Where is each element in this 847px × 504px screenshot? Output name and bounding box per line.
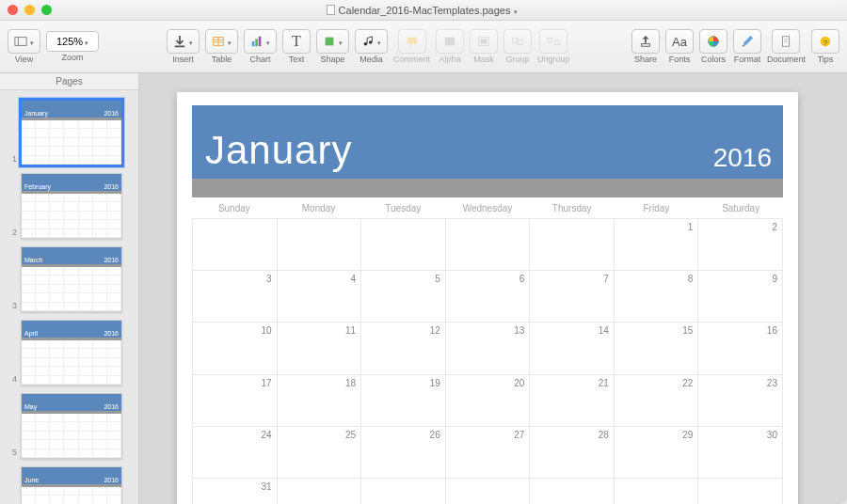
calendar-cell[interactable]: 11	[278, 323, 362, 374]
calendar-cell[interactable]: 6	[446, 271, 531, 323]
page-thumbnail[interactable]: 5 May2016	[0, 389, 138, 463]
chevron-down-icon	[228, 36, 232, 47]
chevron-down-icon	[266, 36, 270, 47]
zoom-select[interactable]: 125%	[46, 31, 99, 52]
thumbnail[interactable]: June2016	[21, 466, 122, 504]
calendar-cell[interactable]: 4	[278, 271, 362, 323]
minimize-icon[interactable]	[24, 5, 35, 15]
page[interactable]: January 2016 SundayMondayTuesdayWednesda…	[177, 92, 798, 504]
svg-point-13	[369, 40, 373, 44]
calendar-cell[interactable]	[446, 219, 531, 271]
view-button[interactable]	[8, 29, 40, 54]
page-thumbnail[interactable]: 6 June2016	[0, 463, 138, 504]
chart-button[interactable]	[244, 29, 277, 54]
page-thumbnails[interactable]: 1 January2016 2 February2016 3 March2016…	[0, 90, 138, 504]
share-button[interactable]	[631, 29, 660, 54]
calendar-cell[interactable]: 21	[530, 375, 615, 427]
calendar-cell[interactable]: 30	[698, 427, 783, 479]
document-icon	[327, 5, 335, 15]
chevron-down-icon	[85, 36, 88, 47]
svg-text:?: ?	[823, 39, 828, 47]
calendar-cell[interactable]: 8	[615, 271, 699, 323]
calendar-cell[interactable]: 24	[193, 427, 278, 479]
calendar-cell[interactable]: 26	[361, 427, 446, 479]
svg-rect-11	[326, 38, 334, 46]
calendar-cell[interactable]: 22	[615, 375, 699, 427]
day-name: Sunday	[192, 203, 277, 213]
zoom-icon[interactable]	[41, 5, 52, 15]
svg-rect-16	[445, 38, 455, 46]
table-button[interactable]	[205, 29, 238, 54]
thumb-month: June	[24, 477, 39, 483]
calendar-cell[interactable]: 23	[698, 375, 783, 427]
page-thumbnail[interactable]: 1 January2016	[0, 96, 138, 169]
day-name: Tuesday	[360, 203, 445, 213]
calendar-cell[interactable]: 13	[446, 323, 531, 374]
calendar-cell[interactable]: 12	[361, 323, 446, 374]
format-button[interactable]	[733, 29, 761, 54]
day-name: Friday	[615, 203, 699, 213]
calendar-cell[interactable]: 1	[615, 219, 699, 271]
calendar-cell[interactable]: 29	[615, 427, 699, 479]
calendar-cell[interactable]	[193, 219, 278, 271]
calendar-cell[interactable]: 10	[193, 323, 278, 374]
calendar-cell[interactable]	[530, 479, 615, 504]
thumbnail[interactable]: May2016	[21, 393, 122, 459]
close-icon[interactable]	[8, 5, 18, 15]
calendar-cell[interactable]: 7	[530, 271, 615, 323]
calendar-cell[interactable]	[446, 479, 531, 504]
calendar-cell[interactable]: 25	[278, 427, 362, 479]
calendar-cell[interactable]: 20	[446, 375, 531, 427]
day-number: 30	[767, 430, 777, 440]
chevron-down-icon[interactable]	[514, 5, 518, 16]
calendar-cell[interactable]: 31	[193, 479, 278, 504]
insert-button[interactable]	[167, 29, 200, 54]
calendar-cell[interactable]: 15	[615, 323, 699, 374]
document-button[interactable]	[772, 29, 800, 54]
thumbnail[interactable]: March2016	[21, 246, 122, 312]
calendar-cell[interactable]: 3	[193, 271, 278, 323]
calendar-cell[interactable]: 19	[361, 375, 446, 427]
calendar-cell[interactable]: 2	[698, 219, 783, 271]
document-canvas[interactable]: January 2016 SundayMondayTuesdayWednesda…	[139, 73, 847, 504]
calendar-month[interactable]: January	[205, 128, 352, 173]
calendar-cell[interactable]	[615, 479, 699, 504]
calendar-cell[interactable]	[698, 479, 783, 504]
calendar-cell[interactable]: 16	[698, 323, 783, 374]
calendar-cell[interactable]: 18	[278, 375, 362, 427]
calendar-cell[interactable]: 17	[193, 375, 278, 427]
calendar-header[interactable]: January 2016	[192, 105, 783, 179]
calendar-cell[interactable]: 9	[698, 271, 783, 323]
shape-button[interactable]	[316, 29, 349, 54]
calendar-cell[interactable]	[278, 219, 362, 271]
thumbnail[interactable]: February2016	[21, 173, 122, 239]
day-name: Thursday	[530, 203, 615, 213]
fonts-button[interactable]: Aa	[665, 29, 694, 54]
svg-rect-27	[783, 37, 790, 47]
page-thumbnail[interactable]: 4 April2016	[0, 316, 138, 389]
calendar-grid[interactable]: 1234567891011121314151617181920212223242…	[192, 218, 783, 504]
colors-label: Colors	[701, 55, 726, 64]
calendar-cell[interactable]: 27	[446, 427, 531, 479]
calendar-cell[interactable]	[361, 219, 446, 271]
calendar-cell[interactable]: 14	[530, 323, 615, 374]
tips-button[interactable]: ?	[811, 29, 839, 54]
calendar-cell[interactable]: 5	[361, 271, 446, 323]
chevron-down-icon	[377, 36, 381, 47]
calendar-cell[interactable]	[278, 479, 362, 504]
calendar-cell[interactable]	[361, 479, 446, 504]
calendar-cell[interactable]: 28	[530, 427, 615, 479]
calendar-cell[interactable]	[530, 219, 615, 271]
svg-rect-0	[15, 38, 26, 46]
svg-rect-20	[518, 39, 522, 44]
page-thumbnail[interactable]: 2 February2016	[0, 169, 138, 243]
colors-button[interactable]	[699, 29, 727, 54]
comment-button[interactable]	[398, 29, 426, 54]
page-number: 4	[9, 374, 17, 386]
calendar-year[interactable]: 2016	[713, 143, 772, 173]
thumbnail[interactable]: April2016	[21, 320, 122, 386]
text-button[interactable]: T	[282, 29, 311, 54]
page-thumbnail[interactable]: 3 March2016	[0, 243, 138, 316]
media-button[interactable]	[355, 29, 388, 54]
thumbnail[interactable]: January2016	[21, 100, 122, 165]
